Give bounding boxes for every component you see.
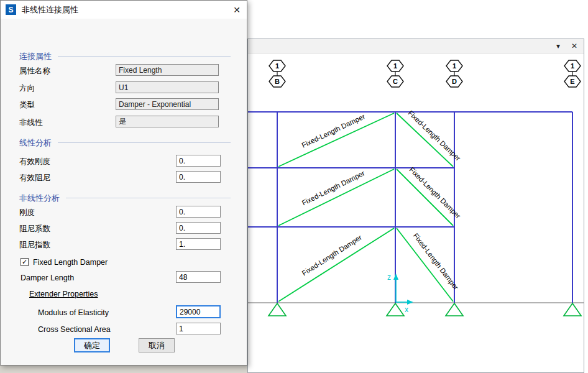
fixed-length-damper-checkbox-label: Fixed Length Damper <box>33 258 108 267</box>
app-logo-icon: S <box>6 4 16 15</box>
section-divider <box>66 198 231 198</box>
property-name-label: 属性名称 <box>19 66 50 76</box>
cancel-button[interactable]: 取消 <box>139 338 175 352</box>
dialog-title: 非线性连接属性 <box>22 4 78 16</box>
grid-label-letter: E <box>570 78 574 85</box>
model-window-titlebar[interactable]: ▾ ✕ <box>248 39 584 53</box>
section-heading-link-properties: 连接属性 <box>19 51 52 62</box>
support-E <box>564 303 581 316</box>
modulus-of-elasticity-label: Modulus of Elasticity <box>38 308 109 317</box>
grid-label-letter: C <box>393 78 398 85</box>
support-D <box>446 303 463 316</box>
damping-exponent-label: 阻尼指数 <box>19 240 50 251</box>
damper-label: Fixed-Length Damper <box>407 109 462 162</box>
axis-z-arrowhead-icon <box>393 274 398 280</box>
section-divider <box>58 142 231 143</box>
damping-exponent-input[interactable] <box>176 238 221 250</box>
model-view-window: ▾ ✕ Fixed-Length Damper Fixed-Length Dam <box>247 39 584 373</box>
section-heading-linear-analysis: 线性分析 <box>19 137 52 149</box>
grid-label-number: 1 <box>452 62 456 70</box>
grid-label-number: 1 <box>571 62 574 70</box>
effective-stiffness-input[interactable] <box>176 155 221 167</box>
damper-right-story1 <box>397 228 453 302</box>
support-C <box>387 303 404 316</box>
section-heading-nonlinear-analysis: 非线性分析 <box>19 193 60 204</box>
damper-length-label: Damper Length <box>21 274 74 282</box>
axis-z-label: z <box>387 273 391 282</box>
fixed-length-damper-checkbox[interactable]: ✓ <box>21 258 29 266</box>
dialog-titlebar[interactable]: S 非线性连接属性 ✕ <box>1 1 247 19</box>
nonlinear-flag-label: 非线性 <box>19 117 43 128</box>
structural-model-drawing: Fixed-Length Damper Fixed-Length Damper … <box>248 53 584 373</box>
grid-label-number: 1 <box>275 62 279 70</box>
window-close-icon[interactable]: ✕ <box>571 42 577 50</box>
damper-label: Fixed-Length Damper <box>301 234 363 277</box>
modulus-of-elasticity-input[interactable] <box>176 305 221 318</box>
grid-label-letter: B <box>275 78 280 85</box>
grid-label-letter: D <box>452 78 457 85</box>
dialog-body: 连接属性 属性名称 方向 类型 非线性 线性分析 有效刚度 有效阻尼 非线性分析… <box>1 19 247 365</box>
cross-sectional-area-input[interactable] <box>176 323 221 334</box>
ok-button[interactable]: 确定 <box>74 338 110 352</box>
nonlinear-flag-field <box>116 116 219 127</box>
stiffness-input[interactable] <box>176 206 221 218</box>
axis-x-arrowhead-icon <box>407 300 413 305</box>
damper-left-story2 <box>278 169 394 226</box>
cross-sectional-area-label: Cross Sectional Area <box>38 325 111 334</box>
extender-properties-heading: Extender Properties <box>29 290 98 298</box>
support-B <box>269 303 286 316</box>
model-view-canvas[interactable]: Fixed-Length Damper Fixed-Length Damper … <box>248 53 584 372</box>
direction-field <box>116 81 219 93</box>
direction-label: 方向 <box>19 83 35 94</box>
axis-x-label: x <box>405 305 408 314</box>
property-name-field <box>116 64 219 76</box>
window-menu-caret-icon[interactable]: ▾ <box>556 42 560 50</box>
damper-label: Fixed-Length Damper <box>412 232 460 292</box>
nonlinear-link-properties-dialog: S 非线性连接属性 ✕ 连接属性 属性名称 方向 类型 非线性 线性分析 有效刚… <box>0 0 247 366</box>
type-field <box>116 98 219 110</box>
effective-stiffness-label: 有效刚度 <box>19 157 50 167</box>
section-divider <box>58 56 231 57</box>
grid-label-number: 1 <box>393 62 397 70</box>
app-background-strip <box>0 366 247 373</box>
damper-left-story3 <box>278 113 394 167</box>
damper-length-input[interactable] <box>176 271 221 283</box>
effective-damping-input[interactable] <box>176 171 221 183</box>
dialog-close-icon[interactable]: ✕ <box>233 5 241 15</box>
damping-coefficient-label: 阻尼系数 <box>19 224 50 234</box>
type-label: 类型 <box>19 100 35 111</box>
stiffness-label: 刚度 <box>19 208 35 218</box>
effective-damping-label: 有效阻尼 <box>19 173 50 183</box>
damping-coefficient-input[interactable] <box>176 222 221 234</box>
damper-left-story1 <box>278 228 394 302</box>
